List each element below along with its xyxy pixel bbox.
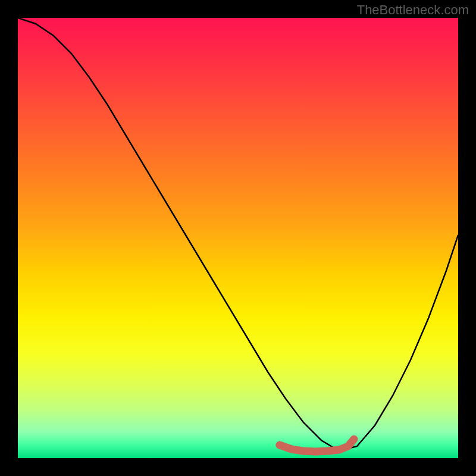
optimal-range-marker [280, 439, 354, 452]
watermark-text: TheBottleneck.com [357, 2, 469, 18]
optimal-point-dot [276, 441, 284, 449]
bottleneck-curve-line [18, 18, 458, 451]
chart-container: TheBottleneck.com [0, 0, 476, 476]
plot-area [18, 18, 458, 458]
curve-overlay [18, 18, 458, 458]
